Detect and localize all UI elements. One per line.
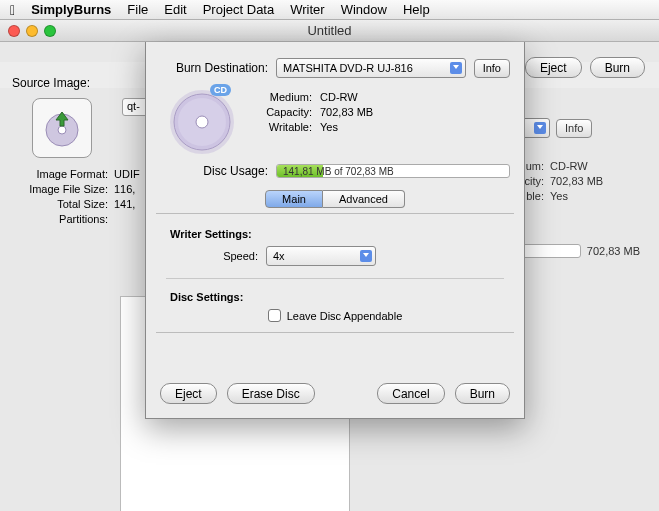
bg-medium-value: CD-RW — [550, 160, 588, 172]
checkbox-icon[interactable] — [268, 309, 281, 322]
traffic-lights — [8, 25, 56, 37]
cd-badge: CD — [210, 84, 231, 96]
menubar:  SimplyBurns File Edit Project Data Wri… — [0, 0, 659, 20]
burn-destination-label: Burn Destination: — [160, 61, 268, 75]
writer-settings-label: Writer Settings: — [170, 228, 500, 240]
medium-value: CD-RW — [320, 91, 358, 103]
bg-info-button[interactable]: Info — [556, 119, 592, 138]
disc-usage-bar: 141,81 MB of 702,83 MB — [276, 164, 510, 178]
total-size-value: 141, — [114, 198, 135, 210]
appendable-label: Leave Disc Appendable — [287, 310, 403, 322]
settings-tabs: Main Advanced — [160, 190, 510, 208]
disc-settings-label: Disc Settings: — [170, 291, 500, 303]
main-window: Untitled Source Image: qt- Image Format:… — [0, 20, 659, 42]
speed-popup[interactable]: 4x — [266, 246, 376, 266]
capacity-label: Capacity: — [256, 106, 312, 118]
burn-sheet: Burn Destination: MATSHITA DVD-R UJ-816 … — [145, 42, 525, 419]
sheet-eject-button[interactable]: Eject — [160, 383, 217, 404]
medium-label: Medium: — [256, 91, 312, 103]
writable-value: Yes — [320, 121, 338, 133]
image-file-size-value: 116, — [114, 183, 135, 195]
tab-content: Writer Settings: Speed: 4x Disc Settings… — [156, 213, 514, 333]
menu-writer[interactable]: Writer — [290, 2, 324, 17]
writable-label: Writable: — [256, 121, 312, 133]
zoom-icon[interactable] — [44, 25, 56, 37]
disc-usage-label: Disc Usage: — [160, 164, 268, 178]
total-size-label: Total Size: — [12, 198, 108, 210]
image-format-value: UDIF — [114, 168, 140, 180]
app-menu[interactable]: SimplyBurns — [31, 2, 111, 17]
drive-popup[interactable]: MATSHITA DVD-R UJ-816 — [276, 58, 466, 78]
image-format-label: Image Format: — [12, 168, 108, 180]
bg-capacity-value: 702,83 MB — [550, 175, 603, 187]
image-file-size-label: Image File Size: — [12, 183, 108, 195]
close-icon[interactable] — [8, 25, 20, 37]
sheet-burn-button[interactable]: Burn — [455, 383, 510, 404]
menu-edit[interactable]: Edit — [164, 2, 186, 17]
sheet-cancel-button[interactable]: Cancel — [377, 383, 444, 404]
svg-point-1 — [58, 126, 66, 134]
appendable-checkbox-row[interactable]: Leave Disc Appendable — [170, 309, 500, 322]
bg-usage-text: 702,83 MB — [587, 245, 640, 257]
partitions-label: Partitions: — [12, 213, 108, 225]
titlebar: Untitled — [0, 20, 659, 42]
menu-help[interactable]: Help — [403, 2, 430, 17]
capacity-value: 702,83 MB — [320, 106, 373, 118]
source-image-icon[interactable] — [32, 98, 92, 158]
bg-writable-value: Yes — [550, 190, 568, 202]
sheet-erase-button[interactable]: Erase Disc — [227, 383, 315, 404]
tab-advanced[interactable]: Advanced — [323, 190, 405, 208]
speed-label: Speed: — [210, 250, 258, 262]
menu-project-data[interactable]: Project Data — [203, 2, 275, 17]
info-button[interactable]: Info — [474, 59, 510, 78]
apple-menu-icon[interactable]:  — [10, 2, 15, 18]
disc-icon: CD — [167, 84, 237, 156]
burn-button[interactable]: Burn — [590, 57, 645, 78]
tab-main[interactable]: Main — [265, 190, 323, 208]
source-image-label: Source Image: — [12, 76, 90, 90]
window-title: Untitled — [307, 23, 351, 38]
disc-usage-text: 141,81 MB of 702,83 MB — [283, 165, 394, 177]
minimize-icon[interactable] — [26, 25, 38, 37]
eject-button[interactable]: Eject — [525, 57, 582, 78]
svg-point-3 — [196, 116, 208, 128]
menu-file[interactable]: File — [127, 2, 148, 17]
menu-window[interactable]: Window — [341, 2, 387, 17]
